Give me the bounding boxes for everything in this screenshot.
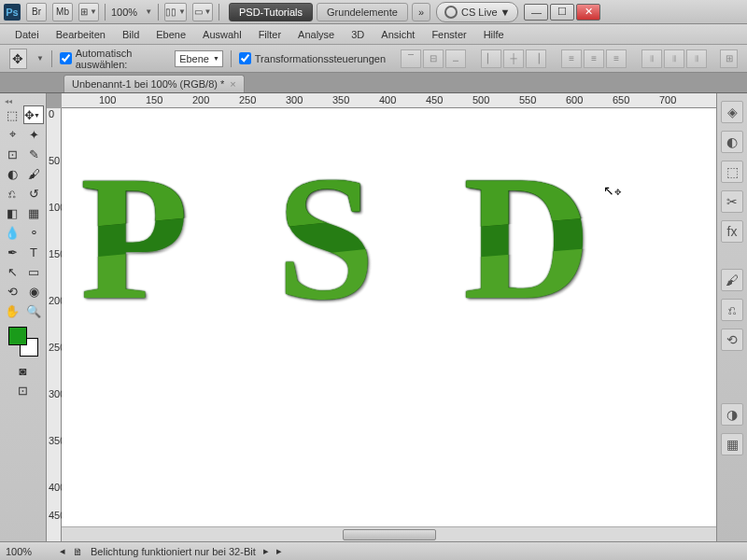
separator — [105, 4, 106, 21]
lasso-tool[interactable]: ⌖ — [2, 125, 22, 144]
3d-rotate-tool[interactable]: ⟲ — [2, 282, 22, 301]
shape-tool[interactable]: ▭ — [23, 262, 44, 281]
layer-dropdown[interactable]: Ebene — [175, 50, 223, 67]
status-nav-next-icon[interactable]: ▸ — [263, 545, 269, 557]
blur-tool[interactable]: 💧 — [2, 223, 22, 242]
workspace-tab-grundelemente[interactable]: Grundelemente — [317, 3, 408, 21]
menu-ebene[interactable]: Ebene — [148, 27, 193, 42]
layers-panel-icon[interactable]: ◈ — [721, 101, 743, 123]
auto-align-icon[interactable]: ⊞ — [720, 49, 738, 68]
scrollbar-horizontal[interactable] — [62, 526, 716, 541]
document-close-icon[interactable]: × — [230, 78, 235, 90]
align-top-icon[interactable]: ⎺ — [401, 49, 421, 68]
foreground-color[interactable] — [8, 327, 27, 345]
menu-bearbeiten[interactable]: Bearbeiten — [49, 27, 113, 42]
channels-panel-icon[interactable]: ◐ — [721, 131, 743, 153]
app-icon: Ps — [4, 4, 21, 21]
menu-3d[interactable]: 3D — [344, 27, 372, 42]
ruler-tick: 450 — [426, 94, 443, 105]
move-tool-indicator[interactable] — [9, 49, 27, 69]
ruler-tick: 150 — [146, 94, 162, 105]
history-panel-icon[interactable]: ⟲ — [721, 329, 743, 351]
history-brush-tool[interactable]: ↺ — [23, 184, 44, 203]
rect-marquee-tool[interactable]: ⬚ — [2, 105, 22, 124]
clone-panel-icon[interactable]: ⎌ — [721, 299, 743, 321]
eyedropper-tool[interactable]: ✎ — [23, 145, 44, 163]
styles-panel-icon[interactable]: fx — [721, 220, 743, 243]
status-menu-icon[interactable]: ▸ — [276, 545, 282, 557]
menu-bild[interactable]: Bild — [115, 27, 147, 42]
ruler-vertical[interactable]: 0 50 100 150 200 250 300 350 400 450 — [47, 108, 62, 541]
screenmode-icon[interactable]: ▭▼ — [192, 3, 213, 21]
paths-panel-icon[interactable]: ⬚ — [721, 161, 743, 183]
align-left-icon[interactable]: ▏ — [481, 49, 501, 68]
distribute-hcenter-icon[interactable]: ⫴ — [664, 49, 684, 68]
tool-preset-dropdown-icon[interactable]: ▼ — [36, 54, 44, 63]
distribute-left-icon[interactable]: ⫴ — [641, 49, 662, 68]
ruler-tick: 50 — [49, 155, 60, 166]
magic-wand-tool[interactable]: ✦ — [23, 125, 44, 144]
cslive-button[interactable]: CS Live ▼ — [436, 2, 518, 22]
swatches-panel-icon[interactable]: ▦ — [721, 433, 743, 455]
pen-tool[interactable]: ✒ — [2, 243, 22, 261]
menu-analyse[interactable]: Analyse — [290, 27, 342, 42]
status-nav-prev-icon[interactable]: ◂ — [60, 545, 65, 557]
path-select-tool[interactable]: ↖ — [2, 262, 22, 281]
menu-auswahl[interactable]: Auswahl — [195, 27, 249, 42]
crop-tool[interactable]: ⊡ — [2, 145, 22, 163]
workspace-overflow[interactable]: » — [412, 3, 430, 21]
toolbox-collapse-icon[interactable]: ◂◂ — [5, 97, 12, 105]
close-button[interactable]: ✕ — [576, 4, 600, 21]
type-tool[interactable]: T — [23, 243, 44, 261]
distribute-vcenter-icon[interactable]: ≡ — [584, 49, 604, 68]
screenmode-tool-icon[interactable]: ⊡ — [13, 381, 34, 399]
separator — [218, 4, 219, 21]
distribute-bottom-icon[interactable]: ≡ — [606, 49, 627, 68]
menu-hilfe[interactable]: Hilfe — [476, 27, 512, 42]
align-bottom-icon[interactable]: ⎽ — [445, 49, 466, 68]
menu-ansicht[interactable]: Ansicht — [374, 27, 422, 42]
align-vcenter-icon[interactable]: ⊟ — [423, 49, 444, 68]
distribute-right-icon[interactable]: ⫴ — [686, 49, 707, 68]
color-panel-icon[interactable]: ◑ — [721, 403, 743, 426]
spot-heal-tool[interactable]: ◐ — [2, 164, 22, 183]
canvas[interactable]: P S D ↖✥ — [62, 108, 716, 541]
dodge-tool[interactable]: ⚬ — [23, 223, 44, 242]
menu-filter[interactable]: Filter — [251, 27, 289, 42]
zoom-dropdown-icon[interactable]: ▼ — [145, 7, 152, 16]
zoom-level[interactable]: 100% — [111, 7, 137, 18]
clone-stamp-tool[interactable]: ⎌ — [2, 184, 22, 203]
view-extras-icon[interactable]: ⊞▼ — [78, 3, 99, 21]
transform-checkbox[interactable]: Transformationssteuerungen — [239, 52, 386, 64]
color-swatches[interactable] — [8, 327, 38, 357]
3d-camera-tool[interactable]: ◉ — [23, 282, 44, 301]
menu-fenster[interactable]: Fenster — [424, 27, 473, 42]
brush-tool[interactable]: 🖌 — [23, 164, 44, 183]
cslive-label: CS Live ▼ — [461, 7, 510, 18]
bridge-icon[interactable]: Br — [26, 3, 47, 21]
minimize-button[interactable]: — — [524, 4, 548, 21]
document-tab[interactable]: Unbenannt-1 bei 100% (RGB/8) * × — [63, 75, 245, 92]
ruler-horizontal[interactable]: 100 150 200 250 300 350 400 450 500 550 … — [62, 93, 716, 108]
hand-tool[interactable]: ✋ — [2, 301, 22, 320]
zoom-tool[interactable]: 🔍 — [23, 301, 44, 320]
distribute-top-icon[interactable]: ≡ — [561, 49, 582, 68]
move-tool[interactable]: ✥ — [23, 105, 44, 124]
quickmask-icon[interactable]: ◙ — [13, 361, 34, 380]
status-zoom[interactable]: 100% — [6, 546, 52, 557]
auto-select-checkbox[interactable]: Automatisch auswählen: — [60, 48, 167, 70]
arrange-icon[interactable]: ▯▯▼ — [164, 3, 187, 21]
scrollbar-thumb[interactable] — [343, 529, 436, 540]
eraser-tool[interactable]: ◧ — [2, 203, 22, 222]
auto-select-label: Automatisch auswählen: — [76, 48, 167, 70]
gradient-tool[interactable]: ▦ — [23, 203, 44, 222]
align-hcenter-icon[interactable]: ┼ — [503, 49, 524, 68]
brush-panel-icon[interactable]: 🖌 — [721, 269, 743, 291]
align-right-icon[interactable]: ▕ — [526, 49, 546, 68]
workspace-tab-tutorials[interactable]: PSD-Tutorials — [229, 3, 313, 21]
adjustments-panel-icon[interactable]: ✂ — [721, 190, 743, 213]
minibridge-icon[interactable]: Mb — [52, 3, 73, 21]
menu-datei[interactable]: Datei — [7, 27, 47, 42]
maximize-button[interactable]: ☐ — [550, 4, 574, 21]
ruler-tick: 500 — [472, 94, 489, 105]
